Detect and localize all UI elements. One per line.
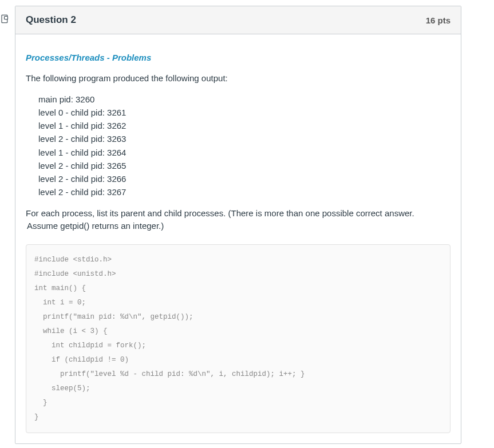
question-points: 16 pts xyxy=(426,15,450,25)
output-line: level 1 - child pid: 3262 xyxy=(38,119,450,132)
output-line: level 2 - child pid: 3263 xyxy=(38,132,450,145)
code-block: #include <stdio.h> #include <unistd.h> i… xyxy=(26,244,450,433)
output-line: level 1 - child pid: 3264 xyxy=(38,146,450,159)
svg-rect-0 xyxy=(5,17,8,19)
question-title: Question 2 xyxy=(26,14,76,26)
task-description-line1: For each process, list its parent and ch… xyxy=(26,208,414,218)
intro-text: The following program produced the follo… xyxy=(26,72,450,85)
task-description-line2: Assume getpid() returns an integer.) xyxy=(27,220,450,233)
task-description: For each process, list its parent and ch… xyxy=(26,207,450,233)
program-output: main pid: 3260 level 0 - child pid: 3261… xyxy=(38,93,450,199)
output-line: level 2 - child pid: 3265 xyxy=(38,159,450,172)
output-line: main pid: 3260 xyxy=(38,93,450,106)
question-card: Question 2 16 pts Processes/Threads - Pr… xyxy=(15,6,461,444)
question-header: Question 2 16 pts xyxy=(15,6,461,34)
output-line: level 2 - child pid: 3267 xyxy=(38,185,450,199)
section-heading: Processes/Threads - Problems xyxy=(26,51,450,64)
output-line: level 2 - child pid: 3266 xyxy=(38,172,450,185)
question-marker-icon xyxy=(0,14,10,24)
output-line: level 0 - child pid: 3261 xyxy=(38,106,450,119)
question-body: Processes/Threads - Problems The followi… xyxy=(15,34,461,443)
